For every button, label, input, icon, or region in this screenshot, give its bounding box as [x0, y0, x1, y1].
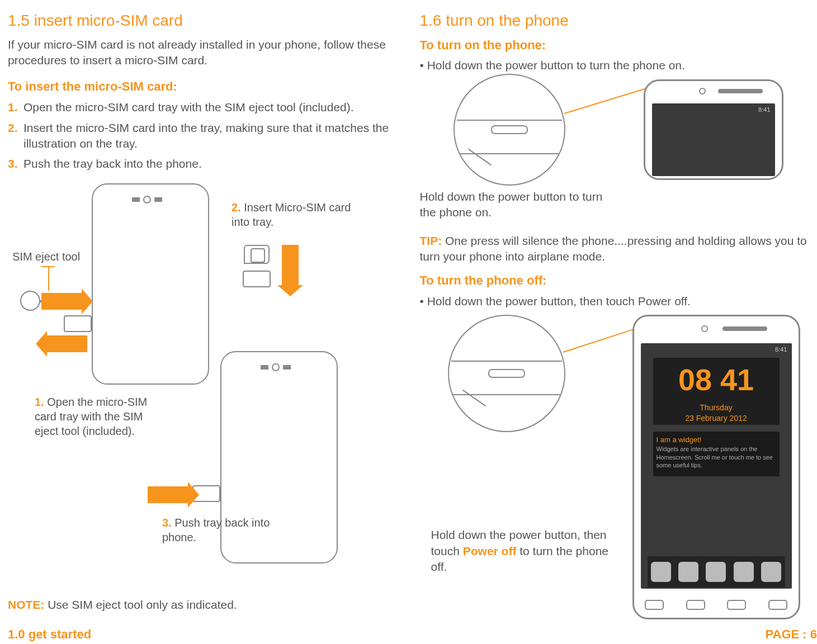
nav-key-icon — [727, 600, 746, 610]
step-3: 3.Push the tray back into the phone. — [8, 156, 398, 172]
magnifier-lens-2-icon — [448, 315, 565, 432]
caption-3-num: 3. — [162, 517, 172, 529]
dock-app-icon — [651, 562, 671, 582]
section-heading-1-5: 1.5 insert micro-SIM card — [8, 10, 398, 31]
widget-body: Widgets are interactive panels on the Ho… — [657, 445, 776, 470]
subhead-insert: To insert the micro-SIM card: — [8, 78, 398, 95]
nav-key-icon — [768, 600, 787, 610]
sim-tray-2-icon — [243, 271, 271, 287]
steps-list: 1.Open the micro-SIM card tray with the … — [8, 100, 398, 172]
power-button-icon — [491, 125, 528, 134]
magnifier-lens-icon — [454, 74, 565, 186]
arrow-left-icon — [47, 335, 87, 352]
step-2-text: Insert the micro-SIM card into the tray,… — [23, 121, 389, 150]
arrow-down-icon — [282, 245, 299, 285]
bullet-turn-on: • Hold down the power button to turn the… — [420, 58, 810, 73]
nav-keys — [634, 600, 799, 610]
diagram-caption-2: 2. Insert Micro-SIM card into tray. — [232, 200, 355, 229]
subhead-turn-off: To turn the phone off: — [420, 272, 810, 289]
footer-section: 1.0 get started — [8, 626, 91, 643]
arrow-right-2-icon — [148, 486, 188, 503]
caption-off-highlight: Power off — [463, 544, 517, 557]
page-footer: 1.0 get started PAGE : 6 — [8, 626, 817, 643]
note-text: Use SIM eject tool only as indicated. — [48, 598, 237, 611]
clock-widget: 08 41 Thursday 23 February 2012 — [653, 358, 780, 425]
step-3-text: Push the tray back into the phone. — [23, 157, 202, 170]
sim-tray-icon — [64, 315, 92, 332]
tip-text: One press will silence the phone....pres… — [420, 234, 807, 263]
footer-page-number: PAGE : 6 — [765, 626, 817, 643]
phone-front-small-icon: 8:41 — [644, 79, 783, 180]
sim-diagram: SIM eject tool 1. Open the micro-SIM car… — [8, 183, 398, 586]
figure-power-on: 8:41 — [420, 79, 810, 186]
right-column: 1.6 turn on the phone To turn on the pho… — [420, 10, 810, 628]
sim-eject-tool-icon — [20, 291, 40, 311]
caption-power-off: Hold down the power button, then touch P… — [431, 527, 616, 575]
caption-2-text: Insert Micro-SIM card into tray. — [232, 201, 351, 228]
phone-back-top-icon — [92, 183, 209, 385]
status-bar-time: 8:41 — [758, 106, 770, 114]
bullet-turn-off: • Hold down the power button, then touch… — [420, 293, 810, 309]
status-bar-time-2: 8:41 — [775, 345, 787, 354]
caption-2-num: 2. — [232, 201, 241, 214]
hint-widget: I am a widget! Widgets are interactive p… — [653, 432, 780, 476]
arrow-right-icon — [41, 293, 82, 310]
tip-line: TIP: One press will silence the phone...… — [420, 233, 810, 265]
phone-front-large-icon: 8:41 08 41 Thursday 23 February 2012 I a… — [632, 315, 800, 619]
dock-app-icon — [734, 562, 754, 582]
dock-app-icon — [706, 562, 726, 582]
widget-title: I am a widget! — [657, 435, 776, 445]
note-line: NOTE: Use SIM eject tool only as indicat… — [8, 597, 398, 613]
power-button-2-icon — [488, 369, 525, 378]
clock-date: Thursday 23 February 2012 — [685, 402, 747, 424]
dock-app-icon — [761, 562, 781, 582]
step-1: 1.Open the micro-SIM card tray with the … — [8, 100, 398, 115]
app-dock — [648, 556, 785, 588]
diagram-caption-1: 1. Open the micro-SIM card tray with the… — [35, 395, 158, 438]
note-label: NOTE: — [8, 598, 44, 611]
figure-power-off: 8:41 08 41 Thursday 23 February 2012 I a… — [420, 315, 810, 628]
subhead-turn-on: To turn on the phone: — [420, 37, 810, 54]
section-heading-1-6: 1.6 turn on the phone — [420, 10, 810, 31]
tip-label: TIP: — [420, 234, 442, 247]
step-1-text: Open the micro-SIM card tray with the SI… — [23, 101, 354, 113]
phone-screen: 8:41 08 41 Thursday 23 February 2012 I a… — [641, 343, 792, 589]
clock-time: 08 41 — [678, 359, 754, 400]
step-2: 2.Insert the micro-SIM card into the tra… — [8, 120, 398, 152]
dock-app-icon — [678, 562, 698, 582]
nav-key-icon — [645, 600, 664, 610]
caption-1-text: Open the micro-SIM card tray with the SI… — [35, 396, 147, 437]
caption-1-num: 1. — [35, 396, 44, 408]
caption-power-on: Hold down the power button to turn the p… — [420, 189, 605, 221]
intro-text: If your micro-SIM card is not already in… — [8, 37, 398, 69]
eject-tool-label: SIM eject tool — [12, 249, 80, 264]
sim-card-icon — [244, 245, 270, 264]
caption-3-text: Push tray back into phone. — [162, 517, 270, 543]
left-column: 1.5 insert micro-SIM card If your micro-… — [8, 10, 398, 628]
nav-key-icon — [686, 600, 705, 610]
diagram-caption-3: 3. Push tray back into phone. — [162, 515, 274, 544]
